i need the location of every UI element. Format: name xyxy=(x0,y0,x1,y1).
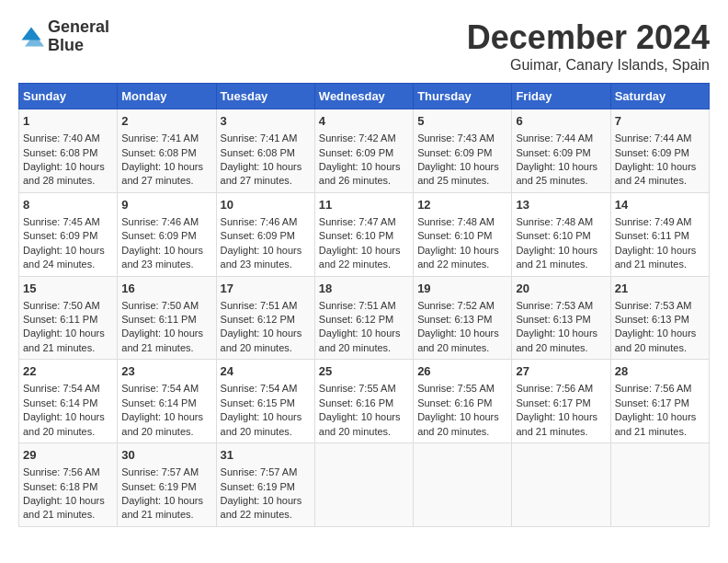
day-info: Sunrise: 7:46 AM Sunset: 6:09 PM Dayligh… xyxy=(121,215,211,272)
day-info: Sunrise: 7:56 AM Sunset: 6:17 PM Dayligh… xyxy=(615,382,705,439)
calendar-cell: 10Sunrise: 7:46 AM Sunset: 6:09 PM Dayli… xyxy=(216,192,314,276)
logo: General Blue xyxy=(18,18,109,55)
day-number: 19 xyxy=(417,281,507,297)
day-number: 27 xyxy=(516,363,606,380)
calendar-cell: 8Sunrise: 7:45 AM Sunset: 6:09 PM Daylig… xyxy=(19,192,118,276)
day-number: 10 xyxy=(221,197,311,213)
day-info: Sunrise: 7:46 AM Sunset: 6:09 PM Dayligh… xyxy=(221,215,311,272)
day-info: Sunrise: 7:43 AM Sunset: 6:09 PM Dayligh… xyxy=(417,132,507,189)
day-info: Sunrise: 7:54 AM Sunset: 6:14 PM Dayligh… xyxy=(121,382,211,439)
day-info: Sunrise: 7:42 AM Sunset: 6:09 PM Dayligh… xyxy=(319,132,409,189)
calendar-cell: 1Sunrise: 7:40 AM Sunset: 6:08 PM Daylig… xyxy=(19,109,118,193)
day-info: Sunrise: 7:40 AM Sunset: 6:08 PM Dayligh… xyxy=(23,132,113,189)
day-number: 26 xyxy=(417,363,507,380)
logo-text: General Blue xyxy=(48,18,109,55)
day-header-friday: Friday xyxy=(512,84,610,109)
day-info: Sunrise: 7:50 AM Sunset: 6:11 PM Dayligh… xyxy=(23,299,113,356)
day-info: Sunrise: 7:56 AM Sunset: 6:18 PM Dayligh… xyxy=(23,465,113,523)
logo-icon xyxy=(18,24,44,50)
day-info: Sunrise: 7:54 AM Sunset: 6:15 PM Dayligh… xyxy=(221,382,311,439)
day-number: 16 xyxy=(121,281,211,297)
calendar-cell: 29Sunrise: 7:56 AM Sunset: 6:18 PM Dayli… xyxy=(19,443,118,527)
calendar-cell xyxy=(610,443,709,527)
day-header-monday: Monday xyxy=(118,84,216,109)
calendar-cell: 20Sunrise: 7:53 AM Sunset: 6:13 PM Dayli… xyxy=(512,276,610,360)
calendar-cell: 19Sunrise: 7:52 AM Sunset: 6:13 PM Dayli… xyxy=(414,276,512,360)
week-row-1: 1Sunrise: 7:40 AM Sunset: 6:08 PM Daylig… xyxy=(19,109,710,193)
day-header-sunday: Sunday xyxy=(19,84,118,109)
calendar-cell: 22Sunrise: 7:54 AM Sunset: 6:14 PM Dayli… xyxy=(19,360,118,443)
calendar-cell: 15Sunrise: 7:50 AM Sunset: 6:11 PM Dayli… xyxy=(19,276,118,360)
day-info: Sunrise: 7:44 AM Sunset: 6:09 PM Dayligh… xyxy=(615,132,705,189)
day-info: Sunrise: 7:51 AM Sunset: 6:12 PM Dayligh… xyxy=(221,299,311,356)
calendar-cell: 6Sunrise: 7:44 AM Sunset: 6:09 PM Daylig… xyxy=(512,109,610,193)
day-number: 1 xyxy=(23,113,113,130)
day-number: 5 xyxy=(417,113,507,130)
day-header-saturday: Saturday xyxy=(610,84,709,109)
day-number: 17 xyxy=(221,281,311,297)
day-info: Sunrise: 7:41 AM Sunset: 6:08 PM Dayligh… xyxy=(121,132,211,189)
calendar-cell: 25Sunrise: 7:55 AM Sunset: 6:16 PM Dayli… xyxy=(314,360,413,443)
title-block: December 2024 Guimar, Canary Islands, Sp… xyxy=(467,18,710,74)
day-number: 3 xyxy=(221,113,311,130)
day-number: 28 xyxy=(615,363,705,380)
day-number: 7 xyxy=(615,113,705,130)
main-title: December 2024 xyxy=(467,18,710,57)
day-number: 11 xyxy=(319,197,409,213)
calendar-cell: 21Sunrise: 7:53 AM Sunset: 6:13 PM Dayli… xyxy=(610,276,709,360)
calendar-cell: 5Sunrise: 7:43 AM Sunset: 6:09 PM Daylig… xyxy=(414,109,512,193)
day-info: Sunrise: 7:57 AM Sunset: 6:19 PM Dayligh… xyxy=(221,465,311,523)
day-header-tuesday: Tuesday xyxy=(216,84,314,109)
header-row: SundayMondayTuesdayWednesdayThursdayFrid… xyxy=(19,84,710,109)
day-info: Sunrise: 7:54 AM Sunset: 6:14 PM Dayligh… xyxy=(23,382,113,439)
day-info: Sunrise: 7:56 AM Sunset: 6:17 PM Dayligh… xyxy=(516,382,606,439)
calendar-cell: 17Sunrise: 7:51 AM Sunset: 6:12 PM Dayli… xyxy=(216,276,314,360)
day-number: 14 xyxy=(615,197,705,213)
day-number: 15 xyxy=(23,281,113,297)
day-number: 23 xyxy=(121,363,211,380)
calendar-cell: 3Sunrise: 7:41 AM Sunset: 6:08 PM Daylig… xyxy=(216,109,314,193)
day-number: 2 xyxy=(121,113,211,130)
week-row-2: 8Sunrise: 7:45 AM Sunset: 6:09 PM Daylig… xyxy=(19,192,710,276)
calendar-cell: 14Sunrise: 7:49 AM Sunset: 6:11 PM Dayli… xyxy=(610,192,709,276)
calendar-cell: 9Sunrise: 7:46 AM Sunset: 6:09 PM Daylig… xyxy=(118,192,216,276)
day-number: 4 xyxy=(319,113,409,130)
calendar-cell: 24Sunrise: 7:54 AM Sunset: 6:15 PM Dayli… xyxy=(216,360,314,443)
day-number: 24 xyxy=(221,363,311,380)
day-info: Sunrise: 7:50 AM Sunset: 6:11 PM Dayligh… xyxy=(121,299,211,356)
day-number: 18 xyxy=(319,281,409,297)
day-info: Sunrise: 7:44 AM Sunset: 6:09 PM Dayligh… xyxy=(516,132,606,189)
day-number: 12 xyxy=(417,197,507,213)
week-row-5: 29Sunrise: 7:56 AM Sunset: 6:18 PM Dayli… xyxy=(19,443,710,527)
day-info: Sunrise: 7:47 AM Sunset: 6:10 PM Dayligh… xyxy=(319,215,409,272)
day-number: 31 xyxy=(221,447,311,464)
week-row-3: 15Sunrise: 7:50 AM Sunset: 6:11 PM Dayli… xyxy=(19,276,710,360)
calendar-cell xyxy=(414,443,512,527)
subtitle: Guimar, Canary Islands, Spain xyxy=(467,57,710,74)
day-number: 25 xyxy=(319,363,409,380)
day-info: Sunrise: 7:55 AM Sunset: 6:16 PM Dayligh… xyxy=(319,382,409,439)
day-number: 21 xyxy=(615,281,705,297)
calendar-cell: 7Sunrise: 7:44 AM Sunset: 6:09 PM Daylig… xyxy=(610,109,709,193)
day-number: 8 xyxy=(23,197,113,213)
day-number: 22 xyxy=(23,363,113,380)
day-number: 20 xyxy=(516,281,606,297)
calendar-cell: 23Sunrise: 7:54 AM Sunset: 6:14 PM Dayli… xyxy=(118,360,216,443)
calendar-cell: 2Sunrise: 7:41 AM Sunset: 6:08 PM Daylig… xyxy=(118,109,216,193)
page-header: General Blue December 2024 Guimar, Canar… xyxy=(18,18,710,74)
day-number: 13 xyxy=(516,197,606,213)
day-number: 6 xyxy=(516,113,606,130)
calendar-cell: 26Sunrise: 7:55 AM Sunset: 6:16 PM Dayli… xyxy=(414,360,512,443)
calendar-cell: 11Sunrise: 7:47 AM Sunset: 6:10 PM Dayli… xyxy=(314,192,413,276)
calendar-cell: 27Sunrise: 7:56 AM Sunset: 6:17 PM Dayli… xyxy=(512,360,610,443)
day-info: Sunrise: 7:53 AM Sunset: 6:13 PM Dayligh… xyxy=(615,299,705,356)
day-info: Sunrise: 7:48 AM Sunset: 6:10 PM Dayligh… xyxy=(516,215,606,272)
calendar-cell: 13Sunrise: 7:48 AM Sunset: 6:10 PM Dayli… xyxy=(512,192,610,276)
calendar-cell: 31Sunrise: 7:57 AM Sunset: 6:19 PM Dayli… xyxy=(216,443,314,527)
day-header-wednesday: Wednesday xyxy=(314,84,413,109)
calendar-table: SundayMondayTuesdayWednesdayThursdayFrid… xyxy=(18,83,710,527)
day-number: 30 xyxy=(121,447,211,464)
calendar-cell xyxy=(314,443,413,527)
calendar-cell xyxy=(512,443,610,527)
day-info: Sunrise: 7:55 AM Sunset: 6:16 PM Dayligh… xyxy=(417,382,507,439)
